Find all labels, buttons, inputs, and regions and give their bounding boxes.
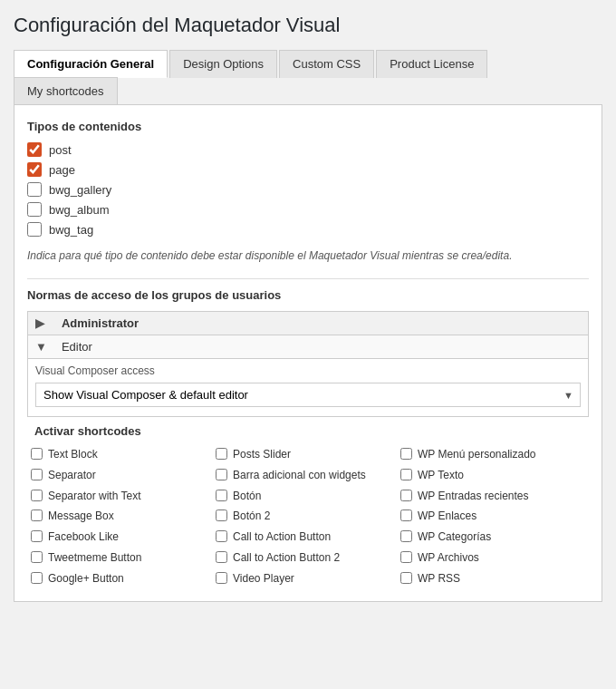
shortcode-wp-entradas: WP Entradas recientes [400,489,585,504]
shortcode-message-box: Message Box [31,509,216,524]
shortcode-video-player-label: Video Player [233,571,294,587]
tab-license[interactable]: Product License [376,50,487,78]
shortcodes-col2: Posts Slider Barra adicional con widgets… [216,447,400,587]
shortcode-wp-rss: WP RSS [400,571,585,587]
checkbox-bwg-album-input[interactable] [27,202,42,217]
shortcode-wp-archivos: WP Archivos [400,550,585,566]
tab-my-shortcodes[interactable]: My shortcodes [14,77,118,104]
shortcodes-grid: Text Block Separator Separator with Text… [27,447,589,587]
shortcode-barra-adicional-checkbox[interactable] [216,469,227,480]
editor-label: Editor [54,335,589,359]
shortcode-separator-text-label: Separator with Text [48,489,141,504]
shortcodes-col3: WP Menú personalizado WP Texto WP Entrad… [400,447,585,587]
checkbox-post-input[interactable] [27,142,42,157]
shortcode-separator-checkbox[interactable] [31,469,43,480]
shortcode-boton2-checkbox[interactable] [216,509,227,521]
tabs-row-2: My shortcodes [14,77,602,104]
shortcode-cta-button2-checkbox[interactable] [216,551,227,563]
shortcode-wp-categorias-label: WP Categorías [418,529,491,545]
shortcode-wp-archivos-label: WP Archivos [418,550,479,566]
shortcode-wp-categorias-checkbox[interactable] [400,530,412,542]
shortcode-barra-adicional-label: Barra adicional con widgets [233,468,366,483]
content-types-help: Indica para qué tipo de contenido debe e… [27,247,589,264]
administrator-expand-icon[interactable]: ▶ [28,312,54,335]
tabs-row-1: Configuración General Design Options Cus… [14,50,602,77]
vc-access-label: Visual Composer access [28,359,588,379]
shortcode-cta-button: Call to Action Button [216,529,400,545]
checkbox-bwg-album: bwg_album [27,202,589,217]
shortcode-wp-menu-label: WP Menú personalizado [418,447,536,462]
shortcode-video-player-checkbox[interactable] [216,572,227,584]
vc-access-row: Visual Composer access Show Visual Compo… [28,359,589,417]
shortcode-separator-label: Separator [48,468,96,483]
shortcode-wp-texto-checkbox[interactable] [400,469,412,480]
shortcode-text-block: Text Block [31,447,216,462]
shortcode-wp-enlaces: WP Enlaces [400,509,585,524]
editor-row[interactable]: ▼ Editor [28,335,589,359]
shortcode-tweetmeme-checkbox[interactable] [31,551,43,563]
shortcodes-col1: Text Block Separator Separator with Text… [31,447,216,587]
user-groups-table: ▶ Administrator ▼ Editor Visual Composer… [27,311,589,417]
shortcode-wp-rss-label: WP RSS [418,571,460,587]
shortcode-facebook-like-checkbox[interactable] [31,530,43,542]
shortcode-message-box-checkbox[interactable] [31,509,43,521]
checkbox-page-label: page [49,163,75,177]
shortcode-posts-slider-label: Posts Slider [233,447,291,462]
shortcode-video-player: Video Player [216,571,400,587]
tab-css[interactable]: Custom CSS [279,50,374,78]
checkbox-bwg-tag-label: bwg_tag [49,223,93,237]
tab-design[interactable]: Design Options [169,50,277,78]
shortcode-wp-entradas-checkbox[interactable] [400,490,412,501]
shortcodes-title: Activar shortcodes [34,424,589,438]
shortcode-cta-button-checkbox[interactable] [216,530,227,542]
vc-access-select-wrapper: Show Visual Composer & default editor Sh… [35,383,581,407]
shortcode-separator-text: Separator with Text [31,489,216,504]
content-types-title: Tipos de contenidos [27,120,589,133]
shortcode-boton2: Botón 2 [216,509,400,524]
checkbox-bwg-tag: bwg_tag [27,222,589,237]
editor-expand-icon[interactable]: ▼ [28,335,54,359]
page-wrapper: Configuración del Maquetador Visual Conf… [0,0,616,602]
checkbox-post: post [27,142,589,157]
shortcode-wp-enlaces-checkbox[interactable] [400,509,412,521]
checkbox-bwg-gallery-input[interactable] [27,182,42,197]
shortcode-cta-button2: Call to Action Button 2 [216,550,400,566]
shortcode-wp-entradas-label: WP Entradas recientes [418,489,529,504]
shortcode-boton2-label: Botón 2 [233,509,270,524]
shortcode-text-block-label: Text Block [48,447,98,462]
checkbox-page: page [27,162,589,177]
shortcode-message-box-label: Message Box [48,509,114,524]
content-area: Tipos de contenidos post page bwg_galler… [14,104,602,602]
checkbox-post-label: post [49,143,72,157]
vc-access-select[interactable]: Show Visual Composer & default editor Sh… [35,383,581,407]
shortcode-text-block-checkbox[interactable] [31,448,43,460]
shortcode-barra-adicional: Barra adicional con widgets [216,468,400,483]
shortcode-facebook-like: Facebook Like [31,529,216,545]
shortcode-separator: Separator [31,468,216,483]
checkbox-bwg-gallery: bwg_gallery [27,182,589,197]
shortcode-wp-rss-checkbox[interactable] [400,572,412,584]
shortcode-separator-text-checkbox[interactable] [31,490,43,501]
page-title: Configuración del Maquetador Visual [14,14,602,37]
shortcode-posts-slider-checkbox[interactable] [216,448,227,460]
shortcode-boton-checkbox[interactable] [216,490,227,501]
shortcode-wp-archivos-checkbox[interactable] [400,551,412,563]
shortcode-tweetmeme-label: Tweetmeme Button [48,550,141,566]
shortcode-googleplus: Google+ Button [31,571,216,587]
shortcode-cta-button-label: Call to Action Button [233,529,331,545]
shortcode-googleplus-checkbox[interactable] [31,572,43,584]
checkbox-page-input[interactable] [27,162,42,177]
section-divider-1 [27,278,589,279]
administrator-row[interactable]: ▶ Administrator [28,312,589,335]
checkbox-bwg-album-label: bwg_album [49,203,110,217]
tab-general[interactable]: Configuración General [14,50,168,78]
checkbox-bwg-gallery-label: bwg_gallery [49,183,111,197]
shortcode-boton: Botón [216,489,400,504]
checkbox-bwg-tag-input[interactable] [27,222,42,237]
administrator-label: Administrator [54,312,589,335]
shortcode-boton-label: Botón [233,489,261,504]
shortcode-wp-menu: WP Menú personalizado [400,447,585,462]
shortcode-googleplus-label: Google+ Button [48,571,124,587]
shortcode-wp-menu-checkbox[interactable] [400,448,412,460]
shortcode-cta-button2-label: Call to Action Button 2 [233,550,340,566]
